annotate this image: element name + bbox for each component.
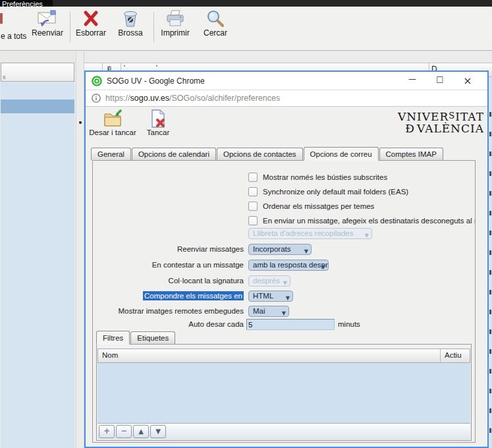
dropdown-arrow-icon: ▼ bbox=[286, 293, 290, 302]
reply-all-icon bbox=[0, 13, 3, 24]
checkbox-row: Mostrar només les bústies subscrites bbox=[248, 172, 387, 182]
address-book-select: Llibreta d'adreces recopilades▼ bbox=[248, 228, 372, 239]
page-url: https://sogo.uv.es/SOGo/so/alchifer/pref… bbox=[105, 94, 280, 103]
print-button-label: Imprimir bbox=[154, 28, 196, 38]
delete-button[interactable]: Esborrar bbox=[70, 9, 112, 38]
column-fragment bbox=[156, 65, 157, 67]
print-button[interactable]: Imprimir bbox=[154, 9, 196, 38]
trash-button[interactable]: Brossa bbox=[109, 9, 151, 38]
save-and-close-label: Desar i tancar bbox=[87, 128, 138, 136]
preferences-window: SOGo UV - Google Chrome — □ × https://so… bbox=[84, 70, 489, 448]
info-icon bbox=[92, 94, 101, 103]
tab-calendar-options[interactable]: Opcions de calendari bbox=[132, 148, 216, 160]
search-icon bbox=[205, 9, 225, 28]
checkbox-add-unknown-recipients[interactable] bbox=[248, 216, 258, 225]
close-window-button[interactable]: × bbox=[454, 74, 481, 87]
folder-panel-header[interactable]: s bbox=[1, 63, 74, 82]
splitter-handle[interactable] bbox=[79, 121, 82, 124]
remote-images-select[interactable]: Mai▼ bbox=[248, 306, 289, 317]
window-title-bar[interactable]: SOGo UV - Google Chrome — □ × bbox=[86, 72, 487, 90]
filters-table-body[interactable] bbox=[97, 363, 470, 423]
trash-button-label: Brossa bbox=[109, 28, 151, 38]
save-and-close-button[interactable]: Desar i tancar bbox=[87, 109, 138, 136]
autosave-interval-input[interactable] bbox=[246, 319, 335, 330]
move-filter-up-button[interactable]: ▲ bbox=[133, 425, 149, 438]
search-button[interactable]: Cercar bbox=[194, 9, 236, 38]
folder-list[interactable] bbox=[1, 82, 74, 448]
tab-mail-options[interactable]: Opcions de correu bbox=[304, 147, 379, 161]
dropdown-arrow-icon: ▼ bbox=[282, 308, 286, 317]
move-filter-down-button[interactable]: ▼ bbox=[150, 425, 166, 438]
universitat-valencia-logo: VNIVERSITAT ÐVALÈNCIA bbox=[398, 110, 484, 134]
close-label: Tancar bbox=[138, 128, 178, 136]
checkbox-show-subscribed[interactable] bbox=[248, 173, 258, 182]
browser-top-bar bbox=[0, 0, 492, 7]
checkbox-row: Ordenar els missatges per temes bbox=[248, 201, 374, 211]
forward-messages-select[interactable]: Incorporats▼ bbox=[248, 244, 312, 255]
folder-panel: s bbox=[0, 51, 76, 448]
dropdown-arrow-icon: ▼ bbox=[304, 246, 308, 255]
checkbox-sync-default-folders[interactable] bbox=[248, 187, 258, 196]
tab-labels[interactable]: Etiquetes bbox=[130, 331, 175, 344]
mail-toolbar: e a tots Reenviar Esborrar bbox=[0, 7, 492, 51]
message-list-text-sliver bbox=[489, 112, 491, 441]
preferences-tabbar: General Opcions de calendari Opcions de … bbox=[91, 146, 444, 160]
print-icon bbox=[165, 9, 186, 28]
url-bar[interactable]: https://sogo.uv.es/SOGo/so/alchifer/pref… bbox=[86, 90, 487, 107]
filters-table-header: Nom Actiu bbox=[97, 349, 470, 363]
tab-imap-accounts[interactable]: Comptes IMAP bbox=[379, 148, 443, 160]
tab-filters[interactable]: Filtres bbox=[96, 331, 130, 345]
reply-placement-label: En contestar a un missatge bbox=[93, 260, 244, 271]
window-title: SOGo UV - Google Chrome bbox=[107, 76, 205, 86]
forward-button-label: Reenviar bbox=[26, 28, 68, 38]
window-controls: — □ × bbox=[398, 74, 481, 87]
filters-tabbar: Filtres Etiquetes bbox=[96, 330, 176, 344]
remote-images-label: Mostrar imatges remotes embegudes bbox=[93, 306, 244, 317]
filters-button-bar: + − ▲ ▼ bbox=[97, 423, 470, 439]
folder-panel-text-fragment: s bbox=[3, 74, 6, 80]
forward-messages-label: Reenviar missatges bbox=[93, 244, 244, 255]
dropdown-arrow-icon: ▼ bbox=[321, 262, 325, 271]
search-button-label: Cercar bbox=[194, 28, 236, 38]
mail-options-panel: Mostrar només les bústies subscrites Syn… bbox=[92, 160, 476, 443]
minimize-button[interactable]: — bbox=[398, 74, 426, 87]
dropdown-arrow-icon: ▼ bbox=[283, 278, 287, 287]
compose-format-select[interactable]: HTML▼ bbox=[248, 291, 293, 302]
checkbox-row: Synchronize only default mail folders (E… bbox=[248, 186, 408, 197]
close-document-icon bbox=[150, 109, 167, 128]
forward-button[interactable]: Reenviar bbox=[26, 9, 68, 38]
subject-column-fragment bbox=[124, 65, 125, 67]
sogo-logo-icon bbox=[92, 76, 102, 86]
column-header-name[interactable]: Nom bbox=[98, 349, 441, 362]
panel-splitter[interactable] bbox=[76, 51, 84, 448]
selected-folder-row[interactable] bbox=[1, 99, 74, 113]
autosave-label: Auto desar cada bbox=[93, 319, 244, 330]
delete-button-label: Esborrar bbox=[70, 28, 112, 38]
close-button[interactable]: Tancar bbox=[138, 109, 178, 136]
reply-placement-select[interactable]: amb la resposta després▼ bbox=[248, 260, 329, 271]
dropdown-arrow-icon: ▼ bbox=[365, 231, 369, 239]
signature-placement-select: després▼ bbox=[248, 275, 290, 287]
reply-all-button-label[interactable]: e a tots bbox=[1, 32, 26, 41]
filters-panel: Nom Actiu + − ▲ ▼ bbox=[96, 344, 472, 441]
save-folder-icon bbox=[103, 109, 123, 128]
screen: Preferències e a tots Reenviar Esborrar bbox=[0, 0, 492, 448]
column-header-active[interactable]: Actiu bbox=[441, 349, 470, 362]
forward-icon bbox=[37, 9, 58, 28]
delete-icon bbox=[81, 9, 101, 28]
compose-format-label: Compondre els missatges en bbox=[93, 291, 244, 302]
maximize-button[interactable]: □ bbox=[426, 74, 454, 87]
add-filter-button[interactable]: + bbox=[99, 425, 115, 438]
trash-icon bbox=[122, 9, 139, 28]
remove-filter-button[interactable]: − bbox=[116, 425, 132, 438]
tab-contacts-options[interactable]: Opcions de contactes bbox=[217, 148, 303, 160]
checkbox-row: En enviar un missatge, afegeix els desti… bbox=[248, 215, 476, 226]
checkbox-sort-by-threads[interactable] bbox=[248, 202, 258, 211]
autosave-suffix: minuts bbox=[338, 319, 360, 330]
tab-general[interactable]: General bbox=[91, 148, 131, 160]
signature-placement-label: Col·locant la signatura bbox=[93, 275, 244, 287]
